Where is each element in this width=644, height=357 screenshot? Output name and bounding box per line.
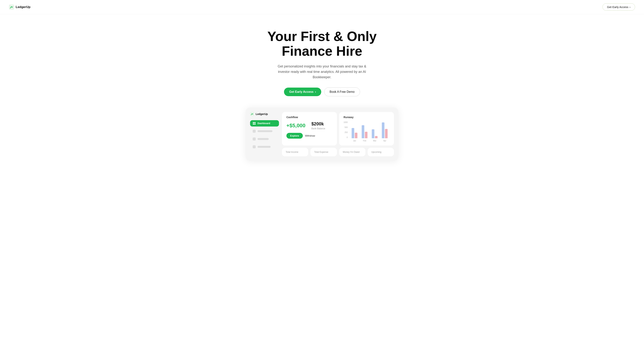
bar-group-mar: Mar: [370, 122, 380, 142]
sidebar-icon-3: [253, 145, 256, 148]
bank-balance-amount: $200k: [312, 121, 325, 126]
svg-rect-2: [253, 122, 254, 123]
cashflow-title: Cashflow: [286, 116, 332, 119]
bar-label-apr: Apr: [383, 140, 386, 142]
cashflow-card: Cashflow +$5,000 $200k Bank Balance Expl…: [282, 112, 337, 146]
bar-group-feb: Feb: [360, 122, 369, 142]
bar-group-apr: Apr: [380, 122, 390, 142]
hero-buttons: Get Early Access › Book A Free Demo: [4, 88, 640, 96]
bank-balance-wrap: $200k Bank Balance: [312, 121, 325, 130]
svg-rect-3: [254, 122, 256, 123]
preview-bottom-row: Total Income Total Expense Money I'm Owe…: [282, 148, 394, 156]
logo-icon: [9, 4, 14, 10]
preview-top-row: Cashflow +$5,000 $200k Bank Balance Expl…: [282, 112, 394, 146]
mini-card-total-income: Total Income: [282, 148, 308, 156]
sidebar-item-2[interactable]: [250, 136, 279, 142]
bar-label-jan: Jan: [353, 140, 356, 142]
sidebar-label-3: [258, 146, 270, 148]
y-axis: 1000 500 250 0: [344, 121, 348, 142]
preview-sidebar: LedgerUp Dashboard: [250, 112, 279, 156]
bar-feb-pink: [365, 132, 368, 138]
navbar: LedgerUp Get Early Access ›: [0, 0, 644, 14]
bars-feb: [362, 122, 368, 138]
mini-card-money-owed: Money I'm Owed: [339, 148, 366, 156]
bar-apr-pink: [385, 129, 388, 138]
cashflow-actions: Explore Withdraw: [286, 133, 332, 139]
logo: LedgerUp: [9, 4, 30, 10]
svg-rect-5: [254, 124, 256, 125]
preview-card: LedgerUp Dashboard: [246, 108, 398, 161]
bar-feb-blue: [362, 125, 364, 138]
bar-label-feb: Feb: [363, 140, 366, 142]
bar-mar-pink: [375, 136, 378, 138]
chart-area: 1000 500 250 0 Jan: [344, 121, 390, 142]
sidebar-label-2: [258, 138, 269, 140]
sidebar-dashboard-item[interactable]: Dashboard: [250, 120, 279, 126]
runway-card: Runway 1000 500 250 0: [339, 112, 394, 146]
sidebar-item-3[interactable]: [250, 144, 279, 150]
nav-cta-button[interactable]: Get Early Access ›: [602, 3, 635, 10]
mini-card-title-income: Total Income: [286, 151, 304, 153]
bars-jan: [352, 122, 358, 138]
sidebar-icon-2: [253, 138, 256, 140]
explore-button[interactable]: Explore: [286, 133, 303, 139]
mini-card-total-expense: Total Expense: [310, 148, 337, 156]
mini-card-upcoming: Upcoming: [368, 148, 394, 156]
logo-text: LedgerUp: [16, 5, 30, 9]
bank-balance-label: Bank Balance: [312, 127, 325, 130]
mini-card-title-upcoming: Upcoming: [372, 151, 390, 153]
hero-headline: Your First & Only Finance Hire: [257, 29, 387, 58]
sidebar-item-1[interactable]: [250, 128, 279, 134]
runway-title: Runway: [344, 116, 390, 119]
hero-get-early-access-button[interactable]: Get Early Access ›: [284, 88, 321, 96]
bars-mar: [372, 122, 378, 138]
bar-label-mar: Mar: [373, 140, 376, 142]
hero-section: Your First & Only Finance Hire Get perso…: [0, 14, 644, 108]
bar-jan-blue: [352, 128, 354, 138]
mini-card-title-owed: Money I'm Owed: [343, 151, 362, 153]
bars-apr: [382, 122, 388, 138]
bar-jan-pink: [355, 133, 358, 138]
withdraw-button[interactable]: Withdraw: [305, 134, 315, 137]
sidebar-logo: LedgerUp: [250, 112, 279, 116]
cashflow-row: +$5,000 $200k Bank Balance: [286, 121, 332, 130]
hero-book-demo-button[interactable]: Book A Free Demo: [324, 88, 360, 96]
sidebar-label-1: [258, 130, 272, 132]
preview-inner: LedgerUp Dashboard: [250, 112, 394, 156]
mini-card-title-expense: Total Expense: [314, 151, 333, 153]
bar-mar-blue: [372, 129, 374, 138]
dashboard-preview: LedgerUp Dashboard: [0, 108, 644, 168]
svg-rect-4: [253, 124, 254, 125]
bar-apr-blue: [382, 122, 384, 138]
sidebar-logo-text: LedgerUp: [256, 112, 268, 116]
preview-main: Cashflow +$5,000 $200k Bank Balance Expl…: [282, 112, 394, 156]
cashflow-amount: +$5,000: [286, 122, 306, 128]
dashboard-icon: [253, 122, 256, 125]
sidebar-icon-1: [253, 130, 256, 133]
hero-subtext: Get personalized insights into your fina…: [274, 64, 370, 80]
sidebar-logo-icon: [250, 112, 254, 116]
bar-group-jan: Jan: [350, 122, 359, 142]
